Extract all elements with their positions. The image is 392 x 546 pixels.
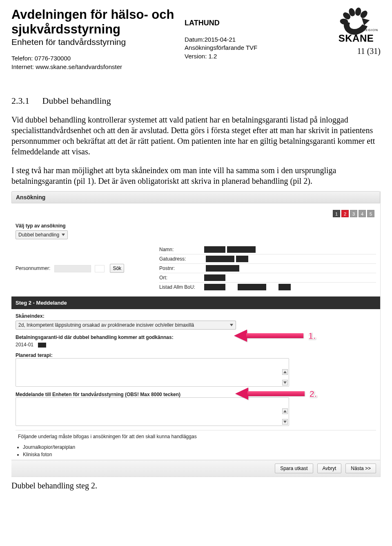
application-type-select[interactable]: Dubbel behandling bbox=[16, 230, 68, 239]
paragraph-1: Vid dubbel behandling kontrollerar syste… bbox=[11, 114, 381, 157]
chevron-down-icon bbox=[62, 234, 65, 236]
list-item: Kliniska foton bbox=[23, 452, 376, 457]
scroll-down-icon[interactable] bbox=[282, 380, 288, 386]
page-header: Avdelningen för hälso- och sjukvårdsstyr… bbox=[11, 7, 381, 71]
section-title: Dubbel behandling bbox=[42, 96, 111, 106]
city-label: Ort: bbox=[159, 275, 204, 281]
redacted-block bbox=[38, 343, 46, 348]
next-button[interactable]: Nästa >> bbox=[345, 464, 376, 473]
personnummer-label: Personnummer: bbox=[16, 265, 50, 271]
phone-line: Telefon: 0776-730000 bbox=[11, 54, 178, 62]
application-type-value: Dubbel behandling bbox=[18, 232, 59, 238]
step2-header: Steg 2 - Meddelande bbox=[11, 296, 380, 309]
logo-mark-icon bbox=[342, 7, 370, 29]
redacted-block bbox=[204, 246, 225, 253]
action-bar: Spara utkast Avbryt Nästa >> bbox=[11, 460, 380, 477]
paragraph-2: I steg två har man möjlighet att byta sk… bbox=[11, 165, 381, 186]
personnummer-input-suffix[interactable] bbox=[95, 265, 105, 272]
redacted-block bbox=[236, 256, 248, 262]
attachments-list: Journalkopior/terapiplan Kliniska foton bbox=[23, 444, 376, 457]
redacted-block bbox=[238, 284, 266, 290]
name-label: Namn: bbox=[159, 247, 204, 252]
save-draft-button[interactable]: Spara utkast bbox=[275, 464, 313, 473]
message-textarea[interactable] bbox=[16, 397, 289, 426]
step-5[interactable]: 5 bbox=[367, 210, 374, 217]
step-3[interactable]: 3 bbox=[350, 210, 357, 217]
section-heading: 2.3.1 Dubbel behandling bbox=[11, 96, 381, 106]
skane-logo: REGION SKÅNE bbox=[332, 7, 381, 44]
terapi-label: Planerad terapi: bbox=[16, 352, 53, 358]
redacted-block bbox=[204, 284, 225, 290]
procedure-line: Ansökningsförfarande TVF bbox=[185, 44, 313, 52]
redacted-block bbox=[206, 256, 234, 262]
section-number: 2.3.1 bbox=[11, 96, 40, 106]
department-title: Avdelningen för hälso- och sjukvårdsstyr… bbox=[11, 7, 178, 36]
list-item: Journalkopior/terapiplan bbox=[23, 444, 376, 450]
bg-id-value: 2014-01 bbox=[16, 342, 376, 348]
scroll-up-icon[interactable] bbox=[282, 369, 288, 375]
redacted-block bbox=[206, 265, 218, 272]
skaneindex-value: 2d, Inkompetent läppslutning orsakad av … bbox=[18, 322, 194, 328]
step-2[interactable]: 2 bbox=[341, 210, 349, 217]
chevron-down-icon bbox=[230, 324, 233, 326]
internet-line: Internet: www.skane.se/tandvardsfonster bbox=[11, 63, 178, 71]
message-label: Meddelande till Enheten för tandvårdssty… bbox=[16, 392, 180, 397]
personnummer-input[interactable] bbox=[54, 265, 91, 272]
redacted-block bbox=[278, 284, 291, 290]
figure-caption: Dubbel behandling steg 2. bbox=[11, 481, 381, 490]
step-4[interactable]: 4 bbox=[359, 210, 366, 217]
app-screenshot: Ansökning 1 2 3 4 5 Välj typ av ansöknin… bbox=[11, 191, 381, 477]
page-number: 11 (31) bbox=[357, 47, 381, 56]
skaneindex-select[interactable]: 2d, Inkompetent läppslutning orsakad av … bbox=[16, 321, 236, 330]
scroll-down-icon[interactable] bbox=[282, 419, 288, 425]
redacted-block bbox=[218, 265, 239, 272]
version-line: Version: 1.2 bbox=[185, 52, 313, 60]
unit-title: Enheten för tandvårdsstyrning bbox=[11, 37, 178, 47]
terapi-textarea[interactable] bbox=[16, 358, 289, 387]
listed-label: Listad Allm BoU: bbox=[159, 284, 204, 290]
zip-label: Postnr: bbox=[159, 265, 204, 271]
bg-id-label: Betalningsgaranti-id där dubbel behandli… bbox=[16, 334, 174, 340]
date-line: Datum:2015-04-21 bbox=[185, 36, 313, 44]
scroll-up-icon[interactable] bbox=[282, 408, 288, 414]
cancel-button[interactable]: Avbryt bbox=[317, 464, 342, 473]
address-label: Gatuadress: bbox=[159, 256, 204, 262]
redacted-block bbox=[227, 246, 256, 253]
application-type-label: Välj typ av ansökning bbox=[16, 223, 376, 229]
search-button[interactable]: Sök bbox=[110, 264, 124, 273]
step-1[interactable]: 1 bbox=[333, 210, 340, 217]
step-indicator: 1 2 3 4 5 bbox=[16, 210, 374, 217]
attachments-note: Följande underlag måste bifogas i ansökn… bbox=[16, 430, 376, 443]
doc-type: LATHUND bbox=[185, 19, 313, 27]
skaneindex-label: Skåneindex: bbox=[16, 313, 376, 319]
app-title: Ansökning bbox=[11, 191, 380, 203]
redacted-block bbox=[204, 274, 225, 281]
